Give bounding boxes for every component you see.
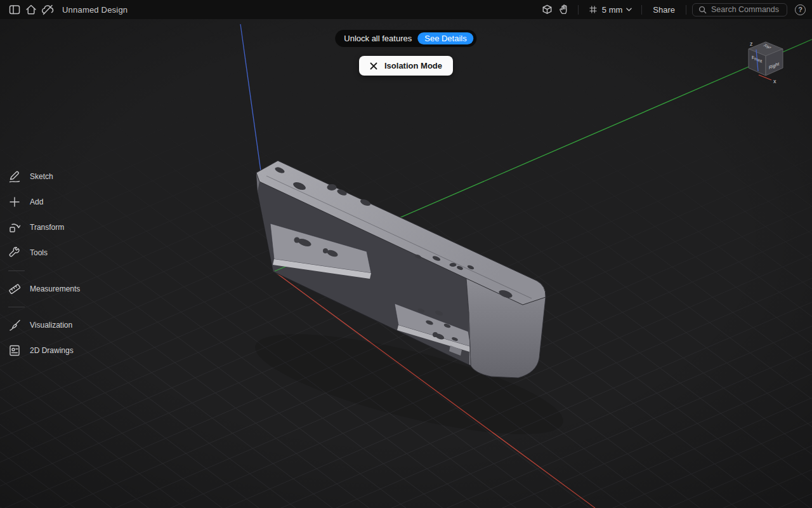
export-button[interactable] — [539, 2, 556, 17]
sidebar-item-label: Tools — [30, 248, 48, 257]
search-icon — [698, 6, 707, 14]
scene-render — [0, 19, 812, 508]
wrench-icon — [8, 246, 22, 260]
chevron-down-icon — [626, 8, 632, 11]
panel-toggle-icon — [8, 3, 22, 17]
view-cube[interactable]: Top Front Right z x — [743, 38, 788, 88]
ruler-icon — [8, 282, 22, 296]
sidebar-divider — [8, 307, 25, 307]
upgrade-banner: Unlock all features See Details — [335, 30, 476, 47]
viewport-3d-canvas[interactable]: Unlock all features See Details Isolatio… — [0, 19, 812, 508]
grid-unit-dropdown[interactable]: 5 mm — [584, 3, 636, 16]
sidebar-toggle-button[interactable] — [6, 2, 23, 17]
gestures-button[interactable] — [556, 2, 572, 17]
sidebar-item-label: Measurements — [30, 284, 80, 293]
upgrade-banner-message: Unlock all features — [344, 34, 412, 43]
drawing-sheet-icon — [8, 344, 22, 358]
sidebar-item-label: Sketch — [30, 172, 53, 181]
cloud-offline-icon — [41, 3, 55, 17]
topbar-separator — [641, 5, 642, 15]
document-title: Unnamed Design — [62, 5, 128, 15]
grid-unit-value: 5 mm — [602, 5, 623, 15]
help-icon: ? — [798, 6, 802, 13]
sidebar-item-label: Add — [30, 197, 43, 206]
sidebar-item-transform[interactable]: Transform — [6, 215, 80, 240]
hand-icon — [558, 3, 570, 16]
grid-snap-icon — [588, 4, 598, 15]
sidebar-item-measurements[interactable]: Measurements — [6, 276, 80, 302]
sidebar-item-add[interactable]: Add — [6, 189, 80, 215]
view-cube-z-label: z — [750, 41, 753, 47]
sidebar-item-sketch[interactable]: Sketch — [6, 164, 80, 189]
close-icon[interactable] — [370, 62, 377, 70]
share-button[interactable]: Share — [648, 3, 680, 17]
sidebar-item-label: Visualization — [30, 321, 72, 330]
pencil-icon — [8, 170, 22, 184]
vignette-overlay — [0, 19, 812, 508]
app-window: Unnamed Design 5 mm — [0, 0, 812, 508]
tools-sidebar: Sketch Add Transform Tool — [6, 164, 80, 363]
sync-status-button[interactable] — [39, 2, 56, 17]
brush-icon — [8, 318, 22, 332]
sidebar-item-label: 2D Drawings — [30, 346, 74, 355]
search-commands-label: Search Commands — [711, 5, 779, 14]
sidebar-item-tools[interactable]: Tools — [6, 240, 80, 265]
plus-icon — [8, 195, 22, 209]
box-icon — [540, 3, 554, 17]
view-cube-x-label: x — [773, 78, 776, 84]
sidebar-item-2d-drawings[interactable]: 2D Drawings — [6, 338, 80, 363]
topbar-separator — [686, 5, 686, 15]
search-commands-field[interactable]: Search Commands — [692, 3, 787, 17]
help-button[interactable]: ? — [795, 4, 806, 15]
home-icon — [24, 3, 38, 17]
home-button[interactable] — [23, 2, 39, 17]
topbar: Unnamed Design 5 mm — [0, 0, 812, 19]
isolation-mode-label: Isolation Mode — [384, 61, 442, 70]
sidebar-item-visualization[interactable]: Visualization — [6, 312, 80, 338]
topbar-separator — [578, 5, 579, 15]
isolation-mode-pill[interactable]: Isolation Mode — [359, 56, 453, 76]
sidebar-divider — [8, 271, 25, 271]
view-cube-x-axis-tick — [759, 75, 771, 80]
sidebar-item-label: Transform — [30, 223, 64, 232]
transform-icon — [8, 220, 22, 234]
see-details-button[interactable]: See Details — [417, 32, 473, 44]
